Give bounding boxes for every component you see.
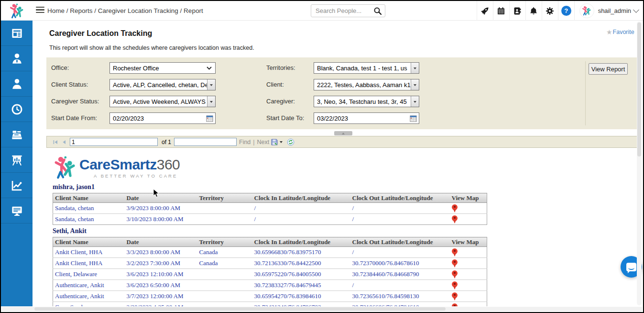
newspaper-icon — [11, 27, 23, 40]
cell-territory — [197, 302, 252, 307]
view-map-pin-icon[interactable] — [452, 292, 458, 301]
territories-multiselect[interactable]: Blank, Canada, test 1 - test 1, us — [314, 62, 419, 74]
cell-view-map — [450, 291, 487, 302]
dropdown-button[interactable] — [207, 79, 215, 90]
dropdown-button[interactable] — [411, 79, 419, 90]
dropdown-button[interactable] — [207, 96, 215, 107]
cell-clock_out: 30.72384460/76.84668790 — [350, 269, 450, 280]
cell-date: 3/20/2023 4:25:00 AM — [125, 302, 197, 307]
calendar-icon[interactable] — [493, 1, 509, 21]
cell-date: 3/7/2023 12:00:00 AM — [125, 291, 197, 302]
page-description: This report will show all the schedules … — [49, 45, 254, 51]
first-page-button[interactable] — [53, 136, 58, 147]
sidebar-item-dashboard[interactable] — [1, 21, 33, 46]
search-input[interactable] — [311, 7, 373, 14]
dropdown-button[interactable] — [411, 63, 419, 73]
notifications-bell-icon[interactable] — [525, 1, 542, 21]
cell-view-map — [450, 258, 487, 269]
star-icon: ★ — [606, 28, 612, 36]
view-report-button[interactable]: View Report — [589, 63, 628, 75]
office-select[interactable]: Rochester Office — [109, 62, 216, 74]
cell-clock_in: 30.72383327/76.84679445 — [252, 280, 350, 291]
user-avatar — [579, 3, 594, 18]
help-icon[interactable]: ? — [558, 1, 574, 21]
page-number-input[interactable] — [70, 138, 158, 146]
sidebar-item-scheduling[interactable] — [1, 97, 33, 122]
caregiver-status-multiselect[interactable]: Active, Active Weekend, ALWAYS — [109, 96, 216, 107]
export-button[interactable] — [271, 136, 283, 147]
caregiver-multiselect[interactable]: 3, Neo, 34, Testcharu test, 3r, 45 — [314, 96, 419, 107]
find-link[interactable]: Find — [239, 139, 251, 145]
client-label: Client: — [266, 79, 284, 90]
cell-view-map — [450, 247, 487, 258]
view-map-pin-icon[interactable] — [452, 248, 458, 257]
find-text-input[interactable] — [174, 138, 237, 146]
breadcrumb[interactable]: Home / Reports / Caregiver Location Trac… — [47, 1, 203, 21]
user-menu[interactable]: shail_admin — [574, 1, 641, 21]
cell-clock_in: / — [252, 203, 350, 214]
cell-clock_in: 30.65975220/76.84005500 — [252, 269, 350, 280]
start-date-to-input[interactable]: 03/22/2023 — [314, 112, 419, 124]
view-map-pin-icon[interactable] — [452, 259, 458, 268]
cell-clock_in: 30.72136330/76.84422500 — [252, 258, 350, 269]
view-map-pin-icon[interactable] — [452, 270, 458, 279]
start-date-from-input[interactable]: 02/20/2023 — [109, 112, 216, 124]
chat-icon — [626, 263, 636, 271]
search-icon[interactable] — [373, 7, 382, 15]
cell-clock_out: / — [350, 280, 450, 291]
report-row: Sandata, chetan3/10/2023 8:00:00 AM// — [53, 214, 487, 225]
sidebar-item-training[interactable] — [1, 198, 33, 224]
menu-toggle-icon[interactable] — [36, 7, 44, 14]
app-logo[interactable] — [1, 1, 33, 21]
refresh-button[interactable] — [287, 136, 295, 147]
settings-gear-icon[interactable] — [542, 1, 558, 21]
presentation-chart-icon — [11, 154, 23, 167]
calendar-picker-icon[interactable] — [206, 115, 213, 122]
client-status-multiselect[interactable]: Active, ALP, Cancelled, chetan, De — [109, 79, 216, 90]
view-map-pin-icon[interactable] — [452, 204, 458, 212]
column-header: Territory — [197, 237, 252, 247]
column-header: Client Name — [53, 193, 125, 203]
cell-clock_out: / — [350, 203, 450, 214]
export-dropdown-caret[interactable] — [280, 141, 283, 145]
rocket-icon[interactable] — [477, 1, 493, 21]
cell-client: Authenticare, Ankit — [53, 291, 125, 302]
sidebar-item-analytics[interactable] — [1, 173, 33, 198]
vertical-scrollbar-thumb[interactable] — [637, 22, 641, 156]
client-status-label: Client Status: — [51, 79, 88, 90]
view-map-pin-icon[interactable] — [452, 281, 458, 290]
cell-view-map — [450, 280, 487, 291]
cell-view-map — [450, 203, 487, 214]
horizontal-scrollbar-thumb[interactable] — [34, 307, 446, 311]
calendar-picker-icon[interactable] — [410, 115, 417, 122]
page-title: Caregiver Location Tracking — [49, 29, 152, 38]
cell-client: Casa, Sandra — [53, 302, 125, 307]
column-header: Date — [125, 237, 197, 247]
view-map-pin-icon[interactable] — [452, 215, 458, 224]
cell-clock_out: / — [350, 247, 450, 258]
sidebar-item-caregivers[interactable] — [1, 46, 33, 71]
monitor-icon — [11, 204, 23, 217]
previous-page-button[interactable] — [61, 136, 67, 147]
cell-view-map — [450, 269, 487, 280]
sidebar-item-clients[interactable] — [1, 71, 33, 97]
parameters-collapse-handle[interactable] — [334, 131, 352, 135]
favorite-toggle[interactable]: ★ Favorite — [606, 28, 634, 36]
client-multiselect[interactable]: 2222, Testes, Aabbass, Aaman k1 — [314, 79, 419, 90]
favorite-label: Favorite — [613, 29, 634, 35]
caregiver-label: Caregiver: — [266, 96, 295, 107]
cell-territory — [197, 214, 252, 225]
view-map-pin-icon[interactable] — [452, 303, 458, 306]
contacts-icon[interactable] — [509, 1, 525, 21]
cell-client: Client, Delaware — [53, 269, 125, 280]
next-link[interactable]: Next — [257, 139, 270, 145]
cell-view-map — [450, 302, 487, 307]
panel-divider — [585, 61, 586, 125]
sidebar-item-reports[interactable] — [1, 147, 33, 173]
dropdown-button[interactable] — [411, 96, 419, 107]
cell-territory — [197, 291, 252, 302]
topbar-actions: ? shail_admin — [477, 1, 641, 21]
cell-clock_out: / — [350, 214, 450, 225]
chevron-down-icon — [207, 67, 212, 70]
sidebar-item-billing[interactable] — [1, 122, 33, 147]
